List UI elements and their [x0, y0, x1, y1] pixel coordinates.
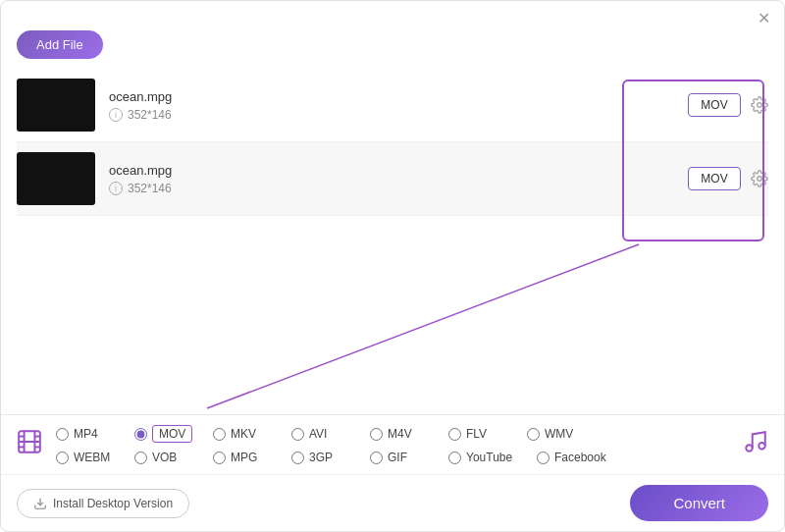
- radio-gif[interactable]: [370, 452, 383, 464]
- file-dimensions-2: 352*146: [128, 182, 172, 195]
- format-option-3gp[interactable]: 3GP: [291, 451, 370, 464]
- format-button-1[interactable]: MOV: [688, 93, 741, 117]
- radio-webm[interactable]: [56, 452, 69, 464]
- format-option-mpg[interactable]: MPG: [213, 451, 291, 464]
- film-icon: [17, 429, 42, 460]
- music-icon[interactable]: [743, 429, 768, 460]
- convert-button[interactable]: Convert: [630, 485, 768, 521]
- format-option-youtube[interactable]: YouTube: [448, 451, 537, 464]
- file-list: ocean.mpg i 352*146 MOV ocean: [1, 69, 784, 414]
- file-meta-1: i 352*146: [109, 108, 688, 122]
- format-option-mkv[interactable]: MKV: [213, 425, 291, 443]
- radio-flv[interactable]: [448, 428, 461, 441]
- file-meta-2: i 352*146: [109, 182, 688, 195]
- info-icon-2: i: [109, 182, 123, 195]
- format-option-gif[interactable]: GIF: [370, 451, 448, 464]
- info-icon-1: i: [109, 108, 123, 122]
- radio-mov[interactable]: [134, 428, 147, 441]
- radio-mpg[interactable]: [213, 452, 226, 464]
- file-dimensions-1: 352*146: [128, 108, 172, 122]
- radio-mp4[interactable]: [56, 428, 69, 441]
- title-bar: ✕: [1, 1, 784, 27]
- svg-point-11: [746, 445, 753, 452]
- radio-facebook[interactable]: [537, 452, 550, 464]
- add-file-button[interactable]: Add File: [17, 30, 103, 59]
- footer: Install Desktop Version Convert: [1, 474, 784, 531]
- main-window: ✕ Add File ocean.mpg i 352*146 MOV: [0, 0, 785, 532]
- toolbar: Add File: [1, 27, 784, 69]
- format-option-avi[interactable]: AVI: [291, 425, 370, 443]
- file-info-1: ocean.mpg i 352*146: [95, 89, 688, 122]
- close-button[interactable]: ✕: [758, 11, 770, 27]
- settings-button-2[interactable]: [751, 170, 768, 187]
- format-option-webm[interactable]: WEBM: [56, 451, 134, 464]
- format-option-vob[interactable]: VOB: [134, 451, 213, 464]
- file-name-1: ocean.mpg: [109, 89, 688, 104]
- radio-vob[interactable]: [134, 452, 147, 464]
- radio-youtube[interactable]: [448, 452, 461, 464]
- radio-wmv[interactable]: [527, 428, 540, 441]
- svg-point-0: [758, 103, 762, 108]
- install-label: Install Desktop Version: [53, 497, 173, 510]
- file-item-1: ocean.mpg i 352*146 MOV: [17, 69, 768, 142]
- format-option-facebook[interactable]: Facebook: [537, 451, 625, 464]
- format-option-flv[interactable]: FLV: [448, 425, 527, 443]
- download-icon: [33, 497, 47, 510]
- format-button-2[interactable]: MOV: [688, 167, 741, 190]
- radio-avi[interactable]: [291, 428, 304, 441]
- file-item-2: ocean.mpg i 352*146 MOV: [17, 142, 768, 216]
- format-selector-panel: MP4 MOV MKV AVI M4V FLV WM: [1, 414, 784, 474]
- format-options-grid: MP4 MOV MKV AVI M4V FLV WM: [56, 425, 729, 464]
- file-name-2: ocean.mpg: [109, 163, 688, 178]
- radio-mkv[interactable]: [213, 428, 226, 441]
- svg-point-12: [759, 443, 765, 450]
- file-actions-2: MOV: [688, 167, 768, 190]
- file-thumbnail-2: [17, 152, 95, 205]
- file-thumbnail-1: [17, 79, 95, 132]
- file-actions-1: MOV: [688, 93, 768, 117]
- format-row-1: MP4 MOV MKV AVI M4V FLV WM: [56, 425, 729, 443]
- format-row-2: WEBM VOB MPG 3GP GIF YouTube: [56, 451, 729, 464]
- format-option-m4v[interactable]: M4V: [370, 425, 448, 443]
- format-option-wmv[interactable]: WMV: [527, 425, 605, 443]
- file-info-2: ocean.mpg i 352*146: [95, 163, 688, 195]
- svg-point-1: [758, 177, 762, 182]
- radio-m4v[interactable]: [370, 428, 383, 441]
- install-button[interactable]: Install Desktop Version: [17, 489, 189, 518]
- format-option-mov[interactable]: MOV: [134, 425, 213, 443]
- radio-3gp[interactable]: [291, 452, 304, 464]
- format-option-mp4[interactable]: MP4: [56, 425, 134, 443]
- settings-button-1[interactable]: [751, 96, 768, 114]
